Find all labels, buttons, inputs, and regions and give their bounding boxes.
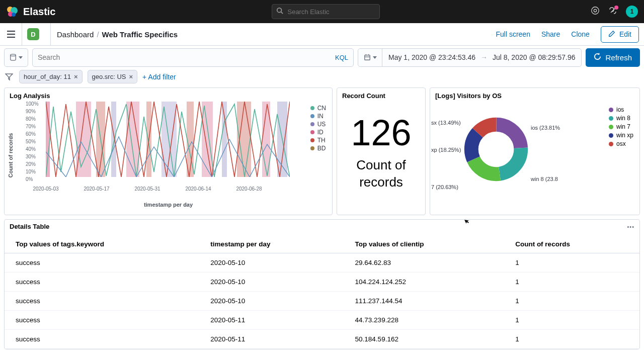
query-input-wrap[interactable]: KQL [32,48,354,67]
table-row[interactable]: success2020-05-1144.73.239.2281 [5,311,639,330]
arrow-right-icon: → [480,53,488,61]
donut-label-osx: sx (13.49%) [431,120,461,126]
panel-options-icon[interactable]: ••• [627,224,634,230]
table-row[interactable]: success2020-05-1150.184.59.1621 [5,330,639,349]
record-count-panel: Record Count 126 Count of records [337,87,426,215]
global-header: Elastic 1 [0,0,644,23]
column-header[interactable]: Top values of clientip [344,233,505,253]
edit-button[interactable]: Edit [601,26,639,43]
svg-rect-16 [46,102,50,177]
y-tick: 100% [26,102,39,107]
visitors-legend: ioswin 8win 7win xposx [609,105,633,149]
breadcrumb: Dashboard / Web Traffic Specifics [57,30,178,39]
breadcrumb-root[interactable]: Dashboard [57,30,94,39]
saved-query-button[interactable] [4,48,28,67]
y-tick: 20% [26,162,36,167]
refresh-button[interactable]: Refresh [586,48,640,67]
quick-select-button[interactable] [358,49,382,66]
panel-title: Log Analysis [5,88,332,102]
details-table-panel: Details Table ••• Top values of tags.key… [4,219,640,349]
record-count-value: 126 [337,102,425,151]
panel-title: Record Count [337,88,425,102]
close-icon[interactable]: × [74,73,78,80]
y-tick: 60% [26,132,36,137]
nav-toggle-button[interactable] [0,23,22,45]
svg-point-11 [11,54,16,56]
breadcrumb-current: Web Traffic Specifics [102,30,178,39]
filter-bar: hour_of_day: 11× geo.src: US× + Add filt… [0,69,644,87]
svg-point-4 [277,8,282,13]
refresh-icon [594,53,601,62]
y-tick: 0% [26,177,33,182]
visitors-donut-chart [463,117,529,182]
fullscreen-button[interactable]: Full screen [496,30,530,38]
elastic-logo-icon [6,6,18,18]
svg-rect-25 [222,102,227,177]
kql-toggle[interactable]: KQL [330,54,348,61]
svg-rect-17 [76,102,91,177]
table-row[interactable]: success2020-05-1029.64.62.831 [5,253,639,273]
column-header[interactable]: Count of records [504,233,639,253]
date-end: Jul 8, 2020 @ 08:29:57.96 [493,53,575,61]
log-legend: CNINUSIDTHBD [310,104,326,153]
svg-point-6 [592,7,599,14]
edit-label: Edit [619,30,631,38]
details-table: Top values of tags.keywordtimestamp per … [5,233,639,349]
date-start: May 1, 2020 @ 23:24:53.46 [388,53,475,61]
panel-title: [Logs] Visitors by OS [430,88,639,102]
x-axis-label: timestamp per day [5,200,332,208]
y-tick: 50% [26,139,36,144]
y-tick: 80% [26,117,36,122]
donut-label-win7: 7 (20.63%) [431,184,458,190]
query-bar: KQL May 1, 2020 @ 23:24:53.46 → Jul 8, 2… [0,46,644,69]
svg-point-7 [594,9,596,12]
help-icon[interactable] [591,6,600,17]
user-avatar[interactable]: 1 [626,6,638,18]
date-range[interactable]: May 1, 2020 @ 23:24:53.46 → Jul 8, 2020 … [382,53,581,61]
table-row[interactable]: success2020-05-10104.224.124.2521 [5,273,639,292]
search-icon [276,7,283,16]
logo[interactable]: Elastic [6,6,55,18]
table-row[interactable]: success2020-05-10111.237.144.541 [5,292,639,311]
date-picker[interactable]: May 1, 2020 @ 23:24:53.46 → Jul 8, 2020 … [358,48,582,67]
x-tick: 2020-06-28 [236,186,262,192]
x-tick: 2020-05-17 [84,186,109,192]
x-tick: 2020-05-31 [134,186,160,192]
filter-pill-geo[interactable]: geo.src: US× [88,70,138,83]
svg-rect-19 [111,102,116,177]
share-button[interactable]: Share [541,30,560,38]
filter-options-button[interactable] [4,72,14,82]
svg-point-3 [12,13,16,17]
breadcrumb-separator: / [97,30,99,39]
record-count-label: Count of records [337,151,425,191]
add-filter-button[interactable]: + Add filter [142,73,176,81]
global-search[interactable] [272,4,380,19]
clone-button[interactable]: Clone [571,30,590,38]
global-search-input[interactable] [287,8,375,16]
x-tick: 2020-06-14 [185,186,211,192]
panel-title: Details Table [10,223,49,230]
space-selector[interactable]: D [27,28,39,40]
refresh-label: Refresh [605,53,632,62]
donut-label-winxp: xp (18.25%) [431,147,461,153]
newsfeed-icon[interactable] [609,7,617,17]
app-header: D Dashboard / Web Traffic Specifics Full… [0,23,644,46]
y-tick: 40% [26,147,36,152]
log-analysis-panel: Log Analysis Count of records 100%90%80%… [4,87,333,215]
filter-pill-hour[interactable]: hour_of_day: 11× [19,70,83,83]
close-icon[interactable]: × [129,73,133,80]
column-header[interactable]: Top values of tags.keyword [5,233,199,253]
y-tick: 30% [26,154,36,159]
donut-label-ios: ios (23.81% [531,125,560,131]
x-tick: 2020-05-03 [33,186,58,192]
y-tick: 90% [26,109,36,114]
pencil-icon [608,30,615,39]
log-chart [46,102,290,177]
svg-line-5 [281,12,283,14]
column-header[interactable]: timestamp per day [199,233,344,253]
query-input[interactable] [38,53,330,61]
y-axis-label: Count of records [8,133,14,178]
brand-text: Elastic [23,6,55,18]
donut-label-win8: win 8 (23.8 [531,176,558,182]
visitors-panel: [Logs] Visitors by OS sx (13.49%) ios (2… [430,87,640,215]
